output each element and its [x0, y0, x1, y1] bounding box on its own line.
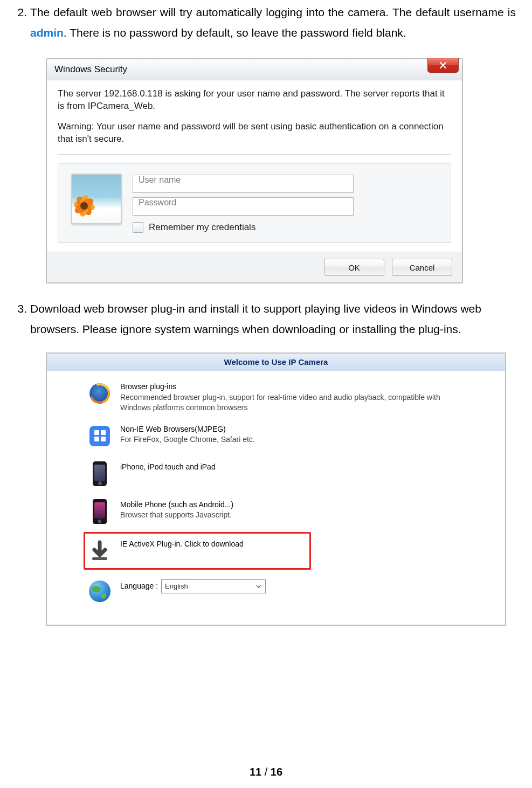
- close-icon: [439, 61, 447, 69]
- page-total: 16: [271, 766, 282, 778]
- opt2-desc: For FireFox, Google Chrome, Safari etc.: [120, 434, 473, 445]
- password-input[interactable]: Password: [133, 197, 354, 216]
- divider: [58, 154, 451, 155]
- opt2-title: Non-IE Web Browsers(MJPEG): [120, 424, 473, 435]
- security-dialog: Windows Security The server 192.168.0.11…: [46, 58, 463, 284]
- option-non-ie-browsers[interactable]: Non-IE Web Browsers(MJPEG) For FireFox, …: [88, 419, 505, 457]
- flower-icon: [74, 186, 110, 221]
- user-avatar: [71, 174, 122, 224]
- cancel-button[interactable]: Cancel: [392, 259, 452, 276]
- option-browser-plugins[interactable]: Browser plug-ins Recommended browser plu…: [88, 376, 505, 419]
- close-button[interactable]: [427, 58, 459, 73]
- dialog-title: Windows Security: [54, 64, 127, 75]
- firefox-icon: [89, 383, 110, 404]
- chevron-down-icon: [255, 583, 262, 590]
- download-arrow-icon: [89, 540, 110, 562]
- step-2: 2. The default web browser will try auto…: [16, 2, 516, 43]
- option-language: Language : English: [88, 570, 505, 612]
- page-current: 11: [250, 766, 261, 778]
- opt1-desc: Recommended browser plug-in, support for…: [120, 392, 473, 413]
- remember-label: Remember my credentials: [149, 222, 255, 233]
- dialog-message-2: Warning: Your user name and password wil…: [58, 121, 451, 146]
- step-3: 3. Download web browser plug-in and inst…: [16, 299, 516, 340]
- step2-pre: The default web browser will try automat…: [30, 6, 516, 18]
- step-text: Download web browser plug-in and install…: [30, 299, 516, 340]
- iphone-icon: [93, 461, 107, 486]
- dialog-button-row: OK Cancel: [47, 252, 462, 282]
- language-value: English: [165, 582, 188, 591]
- ok-button[interactable]: OK: [324, 259, 384, 276]
- welcome-panel: Welcome to Use IP Camera Browser plug-in…: [46, 352, 506, 626]
- option-ie-activex[interactable]: IE ActiveX Plug-in. Click to download: [84, 532, 311, 570]
- step-number: 3.: [16, 299, 30, 319]
- opt4-title: Mobile Phone (such as Android...): [120, 500, 473, 510]
- default-username: admin: [30, 26, 64, 39]
- step-text: The default web browser will try automat…: [30, 2, 516, 43]
- svg-rect-5: [92, 557, 107, 560]
- option-iphone[interactable]: iPhone, iPod touch and iPad: [88, 457, 505, 494]
- opt3-title: iPhone, iPod touch and iPad: [120, 462, 473, 473]
- dialog-message-1: The server 192.168.0.118 is asking for y…: [58, 88, 451, 113]
- page-footer: 11 / 16: [0, 766, 532, 778]
- username-input[interactable]: User name: [133, 175, 354, 193]
- opt1-title: Browser plug-ins: [120, 382, 473, 392]
- remember-checkbox[interactable]: [133, 222, 143, 233]
- option-mobile-android[interactable]: Mobile Phone (such as Android...) Browse…: [88, 494, 505, 532]
- svg-point-4: [80, 202, 88, 210]
- welcome-title: Welcome to Use IP Camera: [47, 354, 505, 371]
- globe-icon: [89, 580, 110, 602]
- credentials-panel: User name Password Remember my credentia…: [58, 163, 451, 243]
- opt5-title: IE ActiveX Plug-in. Click to download: [120, 539, 277, 550]
- dialog-titlebar: Windows Security: [47, 59, 462, 80]
- step2-post: . There is no password by default, so le…: [64, 26, 406, 39]
- language-label: Language :: [120, 581, 158, 592]
- mobile-icon: [93, 499, 107, 524]
- language-select[interactable]: English: [161, 579, 266, 593]
- grid-icon: [89, 426, 110, 446]
- opt4-desc: Browser that supports Javascript.: [120, 510, 473, 521]
- step-number: 2.: [16, 2, 30, 23]
